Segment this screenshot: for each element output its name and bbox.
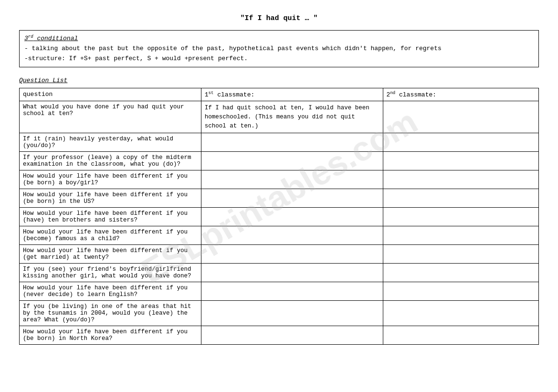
- table-header-row: question 1st classmate: 2nd classmate:: [20, 88, 539, 101]
- classmate2-cell: [383, 101, 538, 133]
- classmate1-cell: [201, 245, 383, 264]
- question-cell: If your professor (leave) a copy of the …: [20, 152, 201, 170]
- classmate2-cell: [383, 301, 538, 326]
- info-box: 3rd conditional - talking about the past…: [19, 30, 539, 67]
- col-header-question: question: [20, 88, 201, 101]
- classmate2-cell: [383, 245, 538, 264]
- classmate2-cell: [383, 152, 538, 170]
- table-row: If it (rain) heavily yesterday, what wou…: [20, 133, 539, 152]
- table-row: How would your life have been different …: [20, 326, 539, 345]
- table-row: If you (see) your friend's boyfriend/gir…: [20, 264, 539, 282]
- classmate1-cell: [201, 170, 383, 189]
- question-table: question 1st classmate: 2nd classmate: W…: [19, 88, 539, 345]
- question-cell: How would your life have been different …: [20, 189, 201, 208]
- section-label: Question List: [19, 77, 539, 84]
- classmate1-cell: [201, 226, 383, 245]
- table-row: How would your life have been different …: [20, 208, 539, 226]
- table-row: If your professor (leave) a copy of the …: [20, 152, 539, 170]
- classmate2-cell: [383, 133, 538, 152]
- info-line2: - talking about the past but the opposit…: [24, 44, 534, 54]
- classmate1-cell: [201, 133, 383, 152]
- classmate2-cell: [383, 170, 538, 189]
- table-row: How would your life have been different …: [20, 226, 539, 245]
- page-title: "If I had quit … ": [19, 14, 539, 22]
- table-row: What would you have done if you had quit…: [20, 101, 539, 133]
- question-cell: How would your life have been different …: [20, 226, 201, 245]
- classmate2-cell: [383, 282, 538, 301]
- question-cell: How would your life have been different …: [20, 326, 201, 345]
- info-line3: -structure: If +S+ past perfect, S + wou…: [24, 54, 534, 64]
- col-header-classmate2: 2nd classmate:: [383, 88, 538, 101]
- question-cell: How would your life have been different …: [20, 245, 201, 264]
- col-header-classmate1: 1st classmate:: [201, 88, 383, 101]
- classmate1-cell: [201, 282, 383, 301]
- classmate2-cell: [383, 264, 538, 282]
- question-cell: If it (rain) heavily yesterday, what wou…: [20, 133, 201, 152]
- classmate1-cell: [201, 208, 383, 226]
- classmate1-cell: [201, 152, 383, 170]
- table-row: How would your life have been different …: [20, 282, 539, 301]
- classmate2-cell: [383, 208, 538, 226]
- question-cell: How would your life have been different …: [20, 208, 201, 226]
- table-row: If you (be living) in one of the areas t…: [20, 301, 539, 326]
- info-line1: 3rd conditional: [24, 33, 534, 44]
- table-row: How would your life have been different …: [20, 245, 539, 264]
- classmate1-cell: [201, 189, 383, 208]
- question-cell: If you (see) your friend's boyfriend/gir…: [20, 264, 201, 282]
- question-cell: How would your life have been different …: [20, 170, 201, 189]
- classmate2-cell: [383, 189, 538, 208]
- table-row: How would your life have been different …: [20, 189, 539, 208]
- table-row: How would your life have been different …: [20, 170, 539, 189]
- classmate1-cell: [201, 301, 383, 326]
- classmate2-cell: [383, 226, 538, 245]
- classmate1-cell: [201, 326, 383, 345]
- question-cell: How would your life have been different …: [20, 282, 201, 301]
- classmate2-cell: [383, 326, 538, 345]
- classmate1-cell: [201, 264, 383, 282]
- question-cell: What would you have done if you had quit…: [20, 101, 201, 133]
- question-cell: If you (be living) in one of the areas t…: [20, 301, 201, 326]
- classmate1-cell: If I had quit school at ten, I would hav…: [201, 101, 383, 133]
